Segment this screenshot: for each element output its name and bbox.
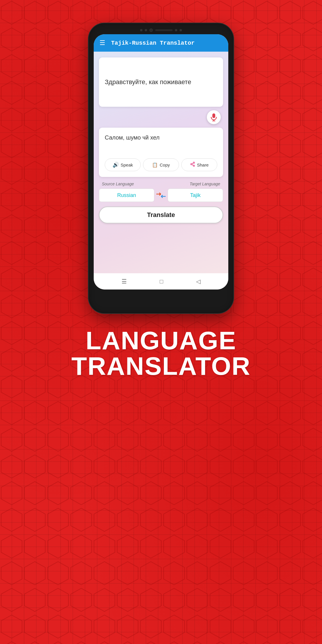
action-buttons: 🔊 Speak 📋 Copy <box>105 158 217 171</box>
source-text-box[interactable]: Здравствуйте, как поживаете <box>99 57 223 107</box>
bottom-title-line1: LANGUAGE <box>71 328 251 353</box>
app-title: Tajik-Russian Translator <box>111 40 195 46</box>
phone-device: ☰ Tajik-Russian Translator Здравствуйте,… <box>88 23 234 313</box>
speak-button[interactable]: 🔊 Speak <box>105 158 141 171</box>
phone-camera <box>149 28 153 32</box>
translated-text: Салом, шумо чй хел <box>105 133 217 154</box>
svg-line-7 <box>192 163 193 164</box>
target-lang-text: Tajik <box>190 192 200 198</box>
phone-screen: ☰ Tajik-Russian Translator Здравствуйте,… <box>94 34 228 290</box>
translation-box: Салом, шумо чй хел 🔊 Speak 📋 Copy <box>99 128 223 177</box>
source-language-button[interactable]: Russian <box>99 189 154 202</box>
copy-label: Copy <box>160 162 170 167</box>
source-language-label: Source Language <box>102 182 134 186</box>
copy-icon: 📋 <box>152 162 158 168</box>
source-text: Здравствуйте, как поживаете <box>105 78 191 87</box>
mic-area <box>99 110 223 124</box>
mic-button[interactable] <box>207 110 221 124</box>
lang-labels: Source Language Target Language <box>99 182 223 186</box>
phone-dot-right <box>180 29 182 31</box>
share-button[interactable]: Share <box>181 158 217 171</box>
bottom-text-wrapper: LANGUAGE TRANSLATOR <box>71 328 251 379</box>
target-language-button[interactable]: Tajik <box>168 189 223 202</box>
phone-top-bar <box>94 28 228 32</box>
app-content: Здравствуйте, как поживаете <box>94 52 228 273</box>
nav-back-icon[interactable]: ◁ <box>196 278 200 285</box>
phone-dot-3 <box>175 29 177 31</box>
nav-home-icon[interactable]: □ <box>160 278 163 285</box>
lang-selector-row: Russian Tajik <box>99 189 223 202</box>
phone-dot-left <box>140 29 142 31</box>
share-label: Share <box>197 162 209 167</box>
share-icon <box>190 162 195 168</box>
speak-label: Speak <box>121 162 133 167</box>
translate-label: Translate <box>147 211 175 219</box>
copy-button[interactable]: 📋 Copy <box>143 158 179 171</box>
source-lang-text: Russian <box>117 192 136 198</box>
bottom-title-line2: TRANSLATOR <box>71 353 251 379</box>
hamburger-icon[interactable]: ☰ <box>100 39 105 47</box>
svg-line-6 <box>192 164 193 165</box>
translate-button[interactable]: Translate <box>99 207 223 223</box>
svg-rect-0 <box>212 113 215 118</box>
app-bar: ☰ Tajik-Russian Translator <box>94 34 228 52</box>
bottom-nav: ☰ □ ◁ <box>94 273 228 290</box>
speaker-icon: 🔊 <box>113 162 119 168</box>
language-section: Source Language Target Language Russian <box>99 182 223 202</box>
nav-menu-icon[interactable]: ☰ <box>122 278 127 285</box>
swap-languages-button[interactable] <box>154 189 168 202</box>
phone-dot-2 <box>145 29 147 31</box>
target-language-label: Target Language <box>190 182 220 186</box>
phone-speaker <box>155 29 173 31</box>
phone-body: ☰ Tajik-Russian Translator Здравствуйте,… <box>88 23 234 313</box>
